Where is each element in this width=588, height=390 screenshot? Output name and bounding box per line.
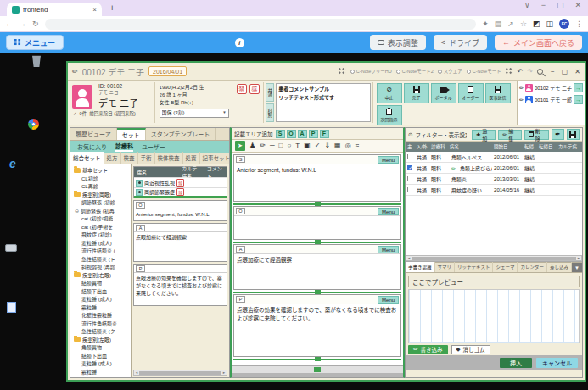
note-mode-option-3[interactable]: スクエア [438,68,462,75]
open-patient-button[interactable]: → [574,95,583,104]
scrollbar-thumb[interactable] [139,371,221,375]
tree-item[interactable]: ⊖ 流行性角結膜炎 [72,320,131,328]
maximize-button[interactable]: ▢ [557,1,564,9]
layout-grid-icon-2[interactable] [506,68,513,75]
input-mode-tab[interactable]: 差し込み [547,262,572,272]
medical-send-button[interactable]: 医事送信 [485,83,511,103]
soap-section-text[interactable]: Anterior segment, fundus: W.N.L [234,164,400,201]
comment-tab[interactable]: 科別 [266,103,274,122]
write-button[interactable]: ✏書き込み [408,345,447,354]
editor-tool-icon[interactable]: ▣ [304,142,311,150]
add-area-chip[interactable]: F [320,130,329,138]
editor-tool-icon[interactable]: □ [279,142,283,150]
registry-row[interactable]: 共通 眼科 ✏角膜ヘルペス 2012/06/01 継続 [406,152,582,163]
main-checkbox[interactable] [407,154,412,159]
set-type-tab[interactable]: 処置 [183,152,200,164]
portal-button[interactable]: ポータル [431,83,456,103]
alert-badge[interactable]: 感 [249,84,260,94]
tree-item[interactable]: ⊖ 疾患別(両眼) [72,191,131,199]
next-instruction-button[interactable]: 次回指示 [377,105,402,125]
editor-tool-icon[interactable]: ◎ [345,142,351,150]
soap-preview-box[interactable]: O Anterior segment, fundus: W.N.L [133,200,227,221]
complete-button[interactable]: 完了 [404,83,429,103]
reload-icon[interactable]: ↻ [32,20,39,28]
cancel-button[interactable]: ⊘中止 [377,83,402,103]
section-menu-button[interactable]: Menu [378,246,399,254]
tree-item[interactable]: ⊖ 疾患別(左眼) [72,336,131,344]
tree-item[interactable]: ⊖ cat (初診/視能 [72,214,131,223]
patient-list-row[interactable]: ✏ 00102 デモ 二子 → [519,82,583,92]
editor-tool-icon[interactable]: ─ [270,142,275,150]
cursor-tool-icon[interactable]: ➤ [235,141,245,151]
edit-button[interactable]: ✏編集 [498,130,522,140]
disease-set-row[interactable]: 両調節緊張症 頻 [134,187,227,198]
soap-preview-box[interactable]: A 点眼加療にて経過観察 [133,223,227,262]
layout-grid-icon[interactable] [339,68,346,75]
tree-item[interactable]: ⊖ CL再診 [72,182,131,191]
printer-icon[interactable] [0,244,29,252]
registry-row[interactable]: 共通 眼科 ✏角膜炎 2013/03/01 継続 [406,174,582,185]
set-category-tab[interactable]: ユーザー [142,142,165,151]
redo-icon[interactable]: ↷ [527,68,533,75]
main-checkbox[interactable] [407,176,412,181]
tree-item[interactable]: ⊖ 麦粒腫 (成人) [72,295,131,304]
soap-section-text[interactable] [234,216,400,239]
alert-badge[interactable]: 禁 [237,84,247,94]
tree-item[interactable]: ⊖ 流行性結膜炎 ( [72,247,131,255]
add-button[interactable]: ✚追加 [472,130,496,140]
internet-explorer-icon[interactable]: e [0,158,31,170]
emr-maximize-button[interactable]: ▢ [562,68,568,75]
soap-section[interactable]: O Menu [233,206,401,240]
emr-close-button[interactable]: ✕ [574,68,580,75]
extensions-puzzle-icon[interactable]: ◩ [533,20,540,28]
split-screen-icon[interactable]: ◫ [546,20,553,28]
input-mode-tab[interactable]: リッチテキスト [455,262,493,272]
editor-tool-icon[interactable]: ✏ [260,142,266,150]
address-bar[interactable] [45,19,477,30]
registry-row[interactable]: 共通 眼科 ✏飛蚊症の疑い 2014/05/16 継続 [406,185,582,196]
section-splitter[interactable] [233,290,401,294]
soap-section[interactable]: P Menu 点眼治療の効果を確認しますので、薬がなくなる頃までに検査および診察… [233,294,401,357]
tree-item[interactable]: ⊖ CL初診 [72,175,131,183]
tree-item[interactable]: ⊖ 結膜異物 [72,279,131,287]
insert-button[interactable]: 挿入 [500,358,532,368]
open-patient-button[interactable]: → [574,83,583,92]
input-mode-tab[interactable]: カレンダー [518,262,547,272]
comment-tab[interactable]: 共通 [266,83,274,102]
tree-item[interactable]: ⊖ 角膜異物 [72,343,131,352]
scrollbar-handle[interactable] [314,367,321,372]
bookmark-star-icon[interactable]: ☆ [520,20,527,28]
set-type-tab[interactable]: 処方 [104,152,121,164]
recycle-bin-icon[interactable] [19,54,54,67]
tree-item[interactable]: ⊖ 麦粒腫 (成人) [72,359,131,368]
forward-icon[interactable]: → [19,20,26,28]
splitter-handle[interactable] [315,202,321,206]
document-icon[interactable] [0,302,29,313]
section-menu-button[interactable]: Menu [378,156,399,164]
share-icon[interactable]: ↗ [507,20,514,28]
editor-tool-icon[interactable]: T [295,142,300,150]
input-mode-tab[interactable]: 手書き認識 [406,262,435,272]
tree-item[interactable]: ⊖ 霰粒腫 [72,368,131,376]
set-type-tab[interactable]: 検査 [121,152,138,164]
brush-button[interactable]: ✒ [552,129,564,140]
scrollbar-thumb[interactable] [412,257,576,260]
soap-section-text[interactable]: 点眼加療にて経過観察 [234,254,400,289]
add-area-chip[interactable]: O [287,130,296,138]
browser-menu-icon[interactable]: ⋮ [575,20,583,28]
tab-close-icon[interactable]: × [92,6,97,14]
set-category-tab[interactable]: お気に入り [77,142,107,151]
cancel-insert-button[interactable]: キャンセル [536,358,578,368]
chrome-icon[interactable] [15,119,51,130]
editor-tool-icon[interactable]: ✓ [315,142,321,150]
patient-list-row[interactable]: ✏ 00101 デモ 一郎 → [519,94,583,104]
splitter-handle[interactable] [315,240,321,244]
set-type-tab[interactable]: 検体検査 [155,152,183,164]
zoom-search-icon[interactable] [537,69,543,75]
section-menu-button[interactable]: Menu [378,296,399,304]
section-splitter[interactable] [233,202,401,206]
order-button[interactable]: オーダー [458,83,484,103]
scroll-right-icon[interactable]: ► [577,256,580,260]
editor-tool-icon[interactable]: ○ [287,142,291,150]
left-panel-tab[interactable]: 履歴ビューア [70,128,117,140]
